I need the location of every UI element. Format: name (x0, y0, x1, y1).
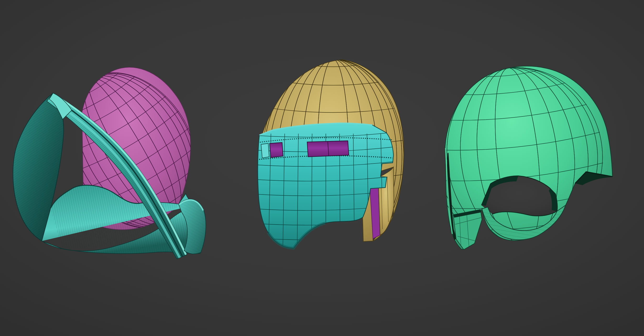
viewport-3d (0, 0, 644, 336)
eye-slit-left (270, 143, 283, 158)
viewport-canvas (0, 0, 644, 336)
slit-end-cap (261, 144, 269, 158)
